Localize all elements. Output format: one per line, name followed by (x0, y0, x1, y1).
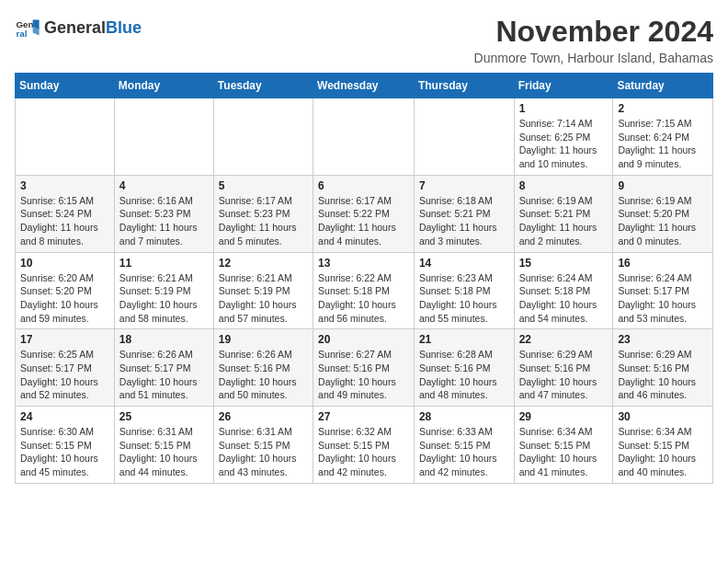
day-number: 9 (618, 179, 708, 192)
day-number: 23 (618, 333, 708, 346)
calendar-cell (313, 98, 415, 176)
day-info: Sunrise: 6:30 AMSunset: 5:15 PMDaylight:… (20, 425, 109, 479)
day-number: 22 (519, 333, 609, 346)
calendar-table: SundayMondayTuesdayWednesdayThursdayFrid… (15, 73, 713, 484)
day-number: 3 (20, 179, 109, 192)
day-info: Sunrise: 6:22 AMSunset: 5:18 PMDaylight:… (318, 271, 409, 326)
calendar-cell: 10Sunrise: 6:20 AMSunset: 5:20 PMDayligh… (16, 252, 115, 329)
calendar-subtitle: Dunmore Town, Harbour Island, Bahamas (474, 51, 713, 65)
calendar-cell: 9Sunrise: 6:19 AMSunset: 5:20 PMDaylight… (613, 175, 713, 252)
week-row-1: 1Sunrise: 7:14 AMSunset: 6:25 PMDaylight… (16, 98, 713, 176)
calendar-cell: 24Sunrise: 6:30 AMSunset: 5:15 PMDayligh… (16, 407, 115, 484)
calendar-cell: 2Sunrise: 7:15 AMSunset: 6:24 PMDaylight… (613, 98, 713, 176)
day-info: Sunrise: 6:31 AMSunset: 5:15 PMDaylight:… (219, 425, 308, 479)
weekday-header-thursday: Thursday (414, 74, 514, 98)
calendar-cell: 27Sunrise: 6:32 AMSunset: 5:15 PMDayligh… (313, 407, 415, 484)
day-number: 16 (618, 257, 708, 270)
calendar-cell: 5Sunrise: 6:17 AMSunset: 5:23 PMDaylight… (213, 175, 313, 252)
calendar-cell: 26Sunrise: 6:31 AMSunset: 5:15 PMDayligh… (213, 407, 313, 484)
calendar-cell: 23Sunrise: 6:29 AMSunset: 5:16 PMDayligh… (613, 329, 713, 407)
calendar-title: November 2024 (474, 15, 713, 49)
week-row-5: 24Sunrise: 6:30 AMSunset: 5:15 PMDayligh… (16, 407, 713, 484)
day-info: Sunrise: 6:29 AMSunset: 5:16 PMDaylight:… (519, 348, 609, 402)
day-info: Sunrise: 6:25 AMSunset: 5:17 PMDaylight:… (20, 348, 109, 402)
day-info: Sunrise: 6:28 AMSunset: 5:16 PMDaylight:… (419, 348, 509, 402)
day-number: 20 (318, 333, 409, 346)
day-number: 19 (219, 333, 308, 346)
day-info: Sunrise: 6:19 AMSunset: 5:21 PMDaylight:… (519, 194, 609, 248)
calendar-cell: 15Sunrise: 6:24 AMSunset: 5:18 PMDayligh… (514, 252, 613, 329)
logo-text-blue: Blue (106, 18, 142, 38)
day-info: Sunrise: 6:20 AMSunset: 5:20 PMDaylight:… (20, 271, 109, 326)
logo-text-general: General (44, 18, 106, 38)
calendar-cell: 22Sunrise: 6:29 AMSunset: 5:16 PMDayligh… (514, 329, 613, 407)
day-info: Sunrise: 6:33 AMSunset: 5:15 PMDaylight:… (419, 425, 509, 479)
calendar-header: SundayMondayTuesdayWednesdayThursdayFrid… (16, 74, 713, 98)
day-info: Sunrise: 6:16 AMSunset: 5:23 PMDaylight:… (119, 194, 209, 248)
day-number: 25 (119, 410, 209, 423)
calendar-cell: 17Sunrise: 6:25 AMSunset: 5:17 PMDayligh… (16, 329, 115, 407)
day-number: 15 (519, 257, 609, 270)
calendar-cell: 7Sunrise: 6:18 AMSunset: 5:21 PMDaylight… (414, 175, 514, 252)
weekday-header-wednesday: Wednesday (313, 74, 415, 98)
weekday-header-tuesday: Tuesday (213, 74, 313, 98)
calendar-cell: 29Sunrise: 6:34 AMSunset: 5:15 PMDayligh… (514, 407, 613, 484)
weekday-header-monday: Monday (114, 74, 213, 98)
calendar-cell (16, 98, 115, 176)
day-info: Sunrise: 6:23 AMSunset: 5:18 PMDaylight:… (419, 271, 509, 326)
week-row-4: 17Sunrise: 6:25 AMSunset: 5:17 PMDayligh… (16, 329, 713, 407)
calendar-cell: 3Sunrise: 6:15 AMSunset: 5:24 PMDaylight… (16, 175, 115, 252)
calendar-cell: 28Sunrise: 6:33 AMSunset: 5:15 PMDayligh… (414, 407, 514, 484)
day-info: Sunrise: 6:27 AMSunset: 5:16 PMDaylight:… (318, 348, 409, 402)
day-info: Sunrise: 6:24 AMSunset: 5:17 PMDaylight:… (618, 271, 708, 326)
calendar-body: 1Sunrise: 7:14 AMSunset: 6:25 PMDaylight… (16, 98, 713, 484)
svg-text:ral: ral (16, 29, 27, 39)
calendar-cell: 19Sunrise: 6:26 AMSunset: 5:16 PMDayligh… (213, 329, 313, 407)
day-info: Sunrise: 6:31 AMSunset: 5:15 PMDaylight:… (119, 425, 209, 479)
calendar-cell: 4Sunrise: 6:16 AMSunset: 5:23 PMDaylight… (114, 175, 213, 252)
weekday-header-friday: Friday (514, 74, 613, 98)
day-info: Sunrise: 6:34 AMSunset: 5:15 PMDaylight:… (618, 425, 708, 479)
day-number: 1 (519, 102, 609, 115)
calendar-cell: 20Sunrise: 6:27 AMSunset: 5:16 PMDayligh… (313, 329, 415, 407)
logo-icon: Gene ral (15, 15, 40, 40)
day-number: 5 (219, 179, 308, 192)
calendar-cell: 30Sunrise: 6:34 AMSunset: 5:15 PMDayligh… (613, 407, 713, 484)
day-info: Sunrise: 6:19 AMSunset: 5:20 PMDaylight:… (618, 194, 708, 248)
day-number: 24 (20, 410, 109, 423)
day-number: 10 (20, 257, 109, 270)
day-info: Sunrise: 7:14 AMSunset: 6:25 PMDaylight:… (519, 117, 609, 171)
day-number: 13 (318, 257, 409, 270)
calendar-cell (213, 98, 313, 176)
calendar-cell: 18Sunrise: 6:26 AMSunset: 5:17 PMDayligh… (114, 329, 213, 407)
calendar-cell: 8Sunrise: 6:19 AMSunset: 5:21 PMDaylight… (514, 175, 613, 252)
calendar-cell: 16Sunrise: 6:24 AMSunset: 5:17 PMDayligh… (613, 252, 713, 329)
day-info: Sunrise: 6:17 AMSunset: 5:23 PMDaylight:… (219, 194, 308, 248)
calendar-cell: 25Sunrise: 6:31 AMSunset: 5:15 PMDayligh… (114, 407, 213, 484)
day-number: 7 (419, 179, 509, 192)
day-number: 18 (119, 333, 209, 346)
day-info: Sunrise: 6:18 AMSunset: 5:21 PMDaylight:… (419, 194, 509, 248)
calendar-cell (114, 98, 213, 176)
day-number: 27 (318, 410, 409, 423)
weekday-header-sunday: Sunday (16, 74, 115, 98)
day-number: 28 (419, 410, 509, 423)
day-info: Sunrise: 6:17 AMSunset: 5:22 PMDaylight:… (318, 194, 409, 248)
day-number: 4 (119, 179, 209, 192)
title-section: November 2024 Dunmore Town, Harbour Isla… (474, 15, 713, 65)
day-number: 14 (419, 257, 509, 270)
header-row: SundayMondayTuesdayWednesdayThursdayFrid… (16, 74, 713, 98)
day-info: Sunrise: 6:15 AMSunset: 5:24 PMDaylight:… (20, 194, 109, 248)
header: Gene ral GeneralBlue November 2024 Dunmo… (15, 15, 713, 65)
day-number: 29 (519, 410, 609, 423)
day-info: Sunrise: 6:26 AMSunset: 5:16 PMDaylight:… (219, 348, 308, 402)
calendar-cell: 11Sunrise: 6:21 AMSunset: 5:19 PMDayligh… (114, 252, 213, 329)
logo: Gene ral GeneralBlue (15, 15, 142, 40)
day-info: Sunrise: 6:32 AMSunset: 5:15 PMDaylight:… (318, 425, 409, 479)
day-info: Sunrise: 6:26 AMSunset: 5:17 PMDaylight:… (119, 348, 209, 402)
calendar-cell: 12Sunrise: 6:21 AMSunset: 5:19 PMDayligh… (213, 252, 313, 329)
calendar-cell: 13Sunrise: 6:22 AMSunset: 5:18 PMDayligh… (313, 252, 415, 329)
day-number: 12 (219, 257, 308, 270)
day-number: 8 (519, 179, 609, 192)
calendar-cell: 1Sunrise: 7:14 AMSunset: 6:25 PMDaylight… (514, 98, 613, 176)
